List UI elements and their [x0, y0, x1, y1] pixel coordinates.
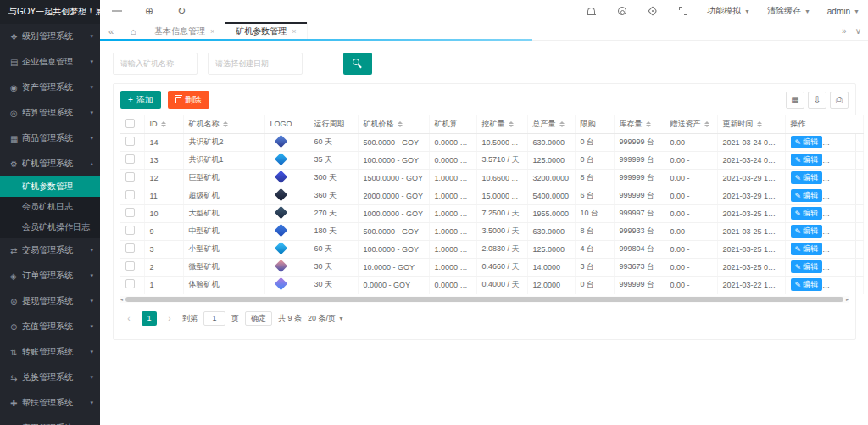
- sidebar-item-recharge-management[interactable]: ⊕充值管理系统▾: [0, 314, 100, 339]
- confirm-page-button[interactable]: 确定: [245, 311, 272, 326]
- column-header-limit[interactable]: 限购量: [575, 115, 614, 133]
- create-date-input[interactable]: [208, 53, 303, 75]
- column-header-mining[interactable]: 挖矿量: [476, 115, 527, 133]
- scroll-left-arrow-icon[interactable]: ◂: [120, 296, 123, 303]
- add-button[interactable]: + 添加: [120, 91, 161, 109]
- row-checkbox[interactable]: [125, 172, 135, 182]
- edit-button[interactable]: ✎编辑: [791, 278, 823, 291]
- horizontal-scrollbar[interactable]: ◂ ▸: [120, 296, 849, 303]
- sidebar-item-level-management[interactable]: ❖级别管理系统▾: [0, 24, 100, 49]
- edit-button[interactable]: ✎编辑: [791, 260, 823, 273]
- filter-columns-button[interactable]: ▦: [786, 92, 804, 109]
- row-checkbox[interactable]: [125, 154, 135, 164]
- sidebar-item-exchange-management[interactable]: ⇆兑换管理系统▾: [0, 365, 100, 390]
- sort-icon[interactable]: [757, 121, 762, 127]
- column-header-total[interactable]: 总产量: [527, 115, 575, 133]
- gift-button[interactable]: ✎赠送: [826, 171, 859, 184]
- site-home-icon[interactable]: ⊕: [142, 4, 156, 18]
- gift-button[interactable]: ✎赠送: [826, 189, 859, 202]
- sort-icon[interactable]: [704, 121, 709, 127]
- select-all-checkbox[interactable]: [125, 119, 135, 128]
- delete-button[interactable]: 删除: [168, 91, 209, 109]
- edit-button[interactable]: ✎编辑: [791, 154, 823, 166]
- sort-icon[interactable]: [646, 121, 651, 127]
- sort-icon[interactable]: [607, 121, 612, 127]
- feature-simulate-dropdown[interactable]: 功能模拟▼: [707, 5, 750, 17]
- next-page-button[interactable]: ›: [163, 314, 176, 323]
- edit-button[interactable]: ✎编辑: [791, 171, 823, 184]
- gift-button[interactable]: ✎赠送: [826, 260, 859, 273]
- close-icon[interactable]: ×: [210, 27, 214, 36]
- scroll-right-arrow-icon[interactable]: ▸: [846, 296, 849, 303]
- sidebar-item-withdraw-management[interactable]: ⊛提现管理系统▾: [0, 288, 100, 314]
- refresh-icon[interactable]: ↻: [175, 4, 188, 18]
- home-tab[interactable]: ⌂: [122, 22, 144, 40]
- column-header-gift_asset[interactable]: 赠送资产: [665, 115, 717, 133]
- sidebar-subitem-miner-params[interactable]: 矿机参数管理: [0, 176, 100, 197]
- gift-button[interactable]: ✎赠送: [826, 136, 859, 148]
- row-checkbox[interactable]: [125, 243, 135, 253]
- sidebar-item-app-management[interactable]: ▥应用管理系统▾: [0, 416, 100, 425]
- edit-button[interactable]: ✎编辑: [791, 243, 823, 255]
- edit-button[interactable]: ✎编辑: [791, 189, 823, 202]
- sort-icon[interactable]: [559, 121, 565, 127]
- column-header-updated[interactable]: 更新时间: [717, 115, 785, 133]
- close-icon[interactable]: ×: [292, 27, 296, 36]
- row-checkbox[interactable]: [125, 261, 135, 271]
- tag-button[interactable]: [646, 4, 659, 18]
- edit-button[interactable]: ✎编辑: [791, 136, 823, 148]
- tab-矿机参数管理[interactable]: 矿机参数管理×: [225, 22, 307, 40]
- gift-button[interactable]: ✎赠送: [826, 278, 859, 291]
- collapse-menu-icon[interactable]: [110, 4, 124, 18]
- sidebar-item-settlement-management[interactable]: ◎结算管理系统▾: [0, 100, 100, 126]
- sidebar-subitem-member-miner-op-log[interactable]: 会员矿机操作日志: [0, 217, 100, 238]
- column-header-cycle[interactable]: 运行周期: [309, 115, 358, 133]
- row-checkbox[interactable]: [125, 190, 135, 199]
- gift-button[interactable]: ✎赠送: [826, 225, 859, 238]
- gift-button[interactable]: ✎赠送: [826, 154, 859, 166]
- miner-name-input[interactable]: [113, 53, 198, 75]
- sort-icon[interactable]: [223, 121, 228, 127]
- page-size-select[interactable]: 20 条/页 ▼: [308, 313, 344, 324]
- print-button[interactable]: ⎙: [830, 92, 849, 109]
- search-button[interactable]: [343, 53, 372, 75]
- tabs-scroll-left-button[interactable]: «: [100, 22, 122, 40]
- sidebar-item-asset-management[interactable]: ◉资产管理系统▾: [0, 75, 100, 100]
- fullscreen-button[interactable]: [676, 4, 690, 18]
- edit-button[interactable]: ✎编辑: [791, 225, 823, 238]
- row-checkbox[interactable]: [125, 279, 135, 288]
- sort-icon[interactable]: [469, 121, 474, 127]
- prev-page-button[interactable]: ‹: [122, 314, 136, 323]
- sort-icon[interactable]: [509, 121, 514, 127]
- sort-icon[interactable]: [398, 121, 403, 127]
- page-number-input[interactable]: [203, 311, 225, 326]
- tab-基本信息管理[interactable]: 基本信息管理×: [144, 22, 225, 40]
- tabs-dropdown-button[interactable]: ∨: [855, 26, 861, 36]
- sidebar-item-trade-management[interactable]: ⇄交易管理系统▾: [0, 238, 100, 263]
- sidebar-item-support-management[interactable]: ✚帮扶管理系统▾: [0, 390, 100, 416]
- sidebar-item-order-management[interactable]: ◈订单管理系统▾: [0, 263, 100, 288]
- sidebar-subitem-member-miner-log[interactable]: 会员矿机日志: [0, 197, 100, 217]
- column-header-stock[interactable]: 库存量: [614, 115, 665, 133]
- sidebar-item-company-info[interactable]: ▤企业信息管理▾: [0, 49, 100, 75]
- theme-button[interactable]: [615, 4, 629, 18]
- sort-icon[interactable]: [161, 121, 166, 127]
- scrollbar-thumb[interactable]: [125, 297, 843, 302]
- clear-cache-dropdown[interactable]: 清除缓存▼: [767, 5, 810, 17]
- row-checkbox[interactable]: [125, 226, 135, 235]
- admin-user-dropdown[interactable]: admin▼: [827, 5, 860, 17]
- sidebar-item-transfer-management[interactable]: ⇅转账管理系统▾: [0, 339, 100, 365]
- column-header-price[interactable]: 矿机价格: [358, 115, 429, 133]
- sidebar-item-goods-management[interactable]: ▦商品管理系统▾: [0, 126, 100, 151]
- column-header-name[interactable]: 矿机名称: [183, 115, 264, 133]
- export-button[interactable]: ⇩: [808, 92, 826, 109]
- column-header-power[interactable]: 矿机算力: [429, 115, 476, 133]
- tabs-more-button[interactable]: »: [842, 26, 847, 36]
- edit-button[interactable]: ✎编辑: [791, 207, 823, 220]
- current-page-button[interactable]: 1: [142, 311, 157, 326]
- row-checkbox[interactable]: [125, 208, 135, 217]
- gift-button[interactable]: ✎赠送: [826, 207, 859, 220]
- notifications-button[interactable]: [585, 4, 598, 18]
- column-header-id[interactable]: ID: [144, 115, 183, 133]
- sidebar-item-miner-management[interactable]: ⚙矿机管理系统▴: [0, 151, 100, 176]
